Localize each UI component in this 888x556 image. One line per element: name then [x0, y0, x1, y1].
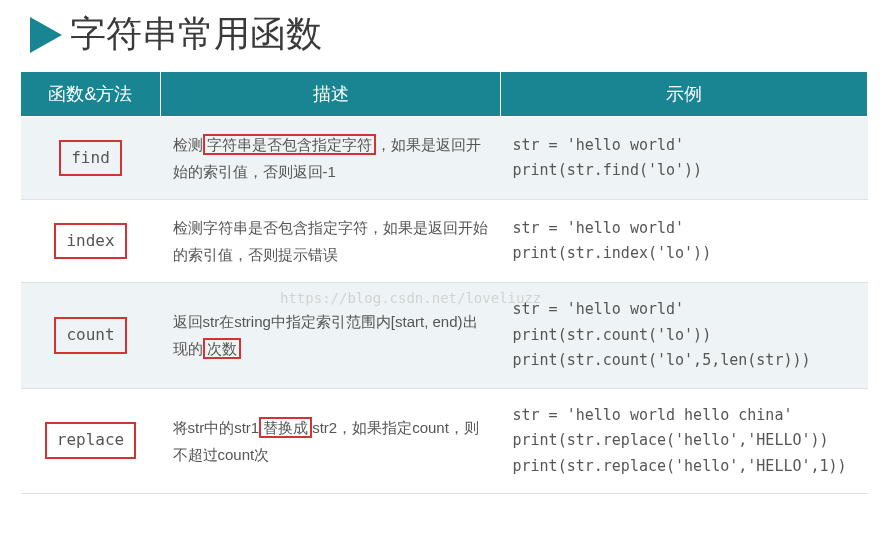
fn-name-index: index [54, 223, 126, 260]
desc-text: 检测 [173, 136, 203, 153]
desc-cell: 返回str在string中指定索引范围内[start, end)出现的次数 [161, 283, 501, 389]
page-title: 字符串常用函数 [70, 10, 322, 59]
desc-cell: 检测字符串是否包含指定字符，如果是返回开始的索引值，否则提示错误 [161, 200, 501, 283]
code-line: str = 'hello world' [513, 133, 856, 159]
desc-text: 检测字符串是否包含指定字符，如果是返回开始的索引值，否则提示错误 [173, 219, 488, 263]
code-cell: str = 'hello world' print(str.count('lo'… [501, 283, 868, 389]
fn-cell: count [21, 283, 161, 389]
code-cell: str = 'hello world' print(str.index('lo'… [501, 200, 868, 283]
fn-cell: replace [21, 388, 161, 494]
code-cell: str = 'hello world' print(str.find('lo')… [501, 117, 868, 200]
fn-name-find: find [59, 140, 122, 177]
desc-highlight: 字符串是否包含指定字符 [203, 134, 376, 155]
fn-cell: find [21, 117, 161, 200]
desc-text: 将str中的str1 [173, 419, 260, 436]
code-line: print(str.count('lo')) [513, 323, 856, 349]
desc-cell: 将str中的str1替换成str2，如果指定count，则不超过count次 [161, 388, 501, 494]
desc-highlight: 次数 [203, 338, 241, 359]
code-line: print(str.replace('hello','HELLO',1)) [513, 454, 856, 480]
table-row: find 检测字符串是否包含指定字符，如果是返回开始的索引值，否则返回-1 st… [21, 117, 868, 200]
code-cell: str = 'hello world hello china' print(st… [501, 388, 868, 494]
header-example: 示例 [501, 72, 868, 117]
code-line: str = 'hello world' [513, 216, 856, 242]
table-row: index 检测字符串是否包含指定字符，如果是返回开始的索引值，否则提示错误 s… [21, 200, 868, 283]
table-row: replace 将str中的str1替换成str2，如果指定count，则不超过… [21, 388, 868, 494]
table-row: count 返回str在string中指定索引范围内[start, end)出现… [21, 283, 868, 389]
code-line: str = 'hello world' [513, 297, 856, 323]
desc-cell: 检测字符串是否包含指定字符，如果是返回开始的索引值，否则返回-1 [161, 117, 501, 200]
code-line: print(str.replace('hello','HELLO')) [513, 428, 856, 454]
fn-name-count: count [54, 317, 126, 354]
code-line: print(str.index('lo')) [513, 241, 856, 267]
desc-highlight: 替换成 [259, 417, 312, 438]
code-line: print(str.find('lo')) [513, 158, 856, 184]
code-line: str = 'hello world hello china' [513, 403, 856, 429]
functions-table: 函数&方法 描述 示例 find 检测字符串是否包含指定字符，如果是返回开始的索… [20, 71, 868, 494]
title-row: 字符串常用函数 [30, 10, 868, 59]
fn-name-replace: replace [45, 422, 136, 459]
table-header-row: 函数&方法 描述 示例 [21, 72, 868, 117]
header-function: 函数&方法 [21, 72, 161, 117]
header-description: 描述 [161, 72, 501, 117]
triangle-icon [30, 17, 62, 53]
fn-cell: index [21, 200, 161, 283]
code-line: print(str.count('lo',5,len(str))) [513, 348, 856, 374]
